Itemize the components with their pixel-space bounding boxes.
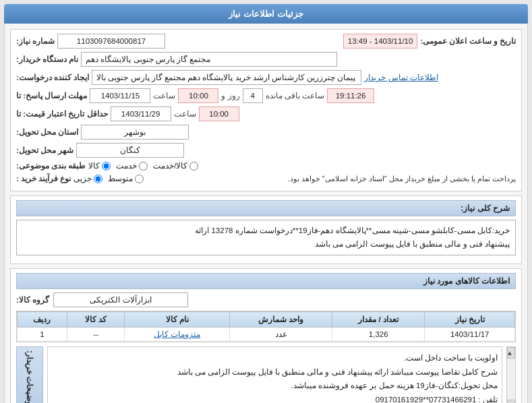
ijad-value: پیمان چترزرین کارشناس ارشد خرید پالایشگا… <box>92 70 361 85</box>
kala-table-container: تاریخ نیاز تعداد / مقدار واحد شمارش نام … <box>16 311 516 342</box>
shahr-label: شهر محل تحویل: <box>16 146 73 155</box>
sharh-section: شرح کلی نیاز: خرید:کابل مسی-کابلشو مسی-ش… <box>10 195 522 264</box>
col-vahed: واحد شمارش <box>230 312 332 328</box>
page-container: جزئیات اطلاعات نیاز تاریخ و ساعت اعلان ع… <box>0 0 532 403</box>
tabaghe-radio-group: کالا/خدمت خدمت کالا <box>88 161 198 170</box>
tawzih-line4: تلفن : 07731466291**09170161929 <box>52 393 498 403</box>
table-header-row: تاریخ نیاز تعداد / مقدار واحد شمارش نام … <box>18 312 515 328</box>
mohlat-rooz-label: روز و <box>221 91 239 100</box>
tawzih-line1: اولویت با ساخت داخل است. <box>52 351 498 365</box>
gorohe-value: ابزارآلات الکتریکی <box>53 292 188 307</box>
gorohe-row: ابزارآلات الکتریکی گروه کالا: <box>16 292 516 307</box>
mohlat-rooz-value: 4 <box>243 88 263 103</box>
mohlat-saat-value: 10:00 <box>178 88 218 103</box>
ijad-label: ایجاد کننده درخواست: <box>16 73 89 82</box>
sharh-content: خرید:کابل مسی-کابلشو مسی-شینه مسی**پالای… <box>16 220 516 255</box>
hadag-label: حداقل تاریخ اعتبار قیمت: تا <box>16 109 108 119</box>
noe-motevaset-label: متوسط <box>108 174 133 183</box>
page-title: جزئیات اطلاعات نیاز <box>229 9 303 19</box>
cell-nam[interactable]: متزومات کابل <box>125 328 230 342</box>
tabaghe-kala-khadamat-label: کالا/خدمت <box>153 161 187 170</box>
form-section-main: تاریخ و ساعت اعلان عمومی: 1403/11/10 - 1… <box>10 29 522 191</box>
row-shomare-tarikh: تاریخ و ساعت اعلان عمومی: 1403/11/10 - 1… <box>16 34 516 49</box>
row-ijad: اطلاعات تماس خریدار پیمان چترزرین کارشنا… <box>16 70 516 85</box>
tabaghe-khadamat-label: خدمت <box>116 161 137 170</box>
radio-khadamat[interactable]: خدمت <box>116 161 148 170</box>
col-kod: کد کالا <box>67 312 125 328</box>
sharh-title: شرح کلی نیاز: <box>16 200 516 216</box>
cell-radif: 1 <box>18 328 67 342</box>
shomare-niaz-value: 1103097684000817 <box>57 34 165 49</box>
row-shahr: کنگان شهر محل تحویل: <box>16 143 516 158</box>
row-nam-dastgah: مجتمع گاز پارس جنوبی پالایشگاه دهم نام د… <box>16 52 516 67</box>
col-radif: ردیف <box>18 312 67 328</box>
tawzih-content: اولویت با ساخت داخل است. شرح کامل تقاضا … <box>47 346 502 403</box>
ostan-value: بوشهر <box>81 125 189 140</box>
tarikh-label: تاریخ و ساعت اعلان عمومی: <box>420 36 516 46</box>
cell-vahed: عدد <box>230 328 332 342</box>
tawzih-box: ▲ ▼ اولویت با ساخت داخل است. شرح کامل تق… <box>16 346 516 403</box>
tawzih-label: توضیحات خریدار: <box>16 346 43 403</box>
radio-kala-khadamat[interactable]: کالا/خدمت <box>153 161 198 170</box>
shahr-value: کنگان <box>76 143 184 158</box>
col-tedad: تعداد / مقدار <box>332 312 424 328</box>
noe-jazee-label: جزیی <box>73 174 92 183</box>
col-nam: نام کالا <box>125 312 230 328</box>
noe-note: پرداخت تمام یا بخشی از مبلغ خریداز محل "… <box>287 175 516 183</box>
row-noe: پرداخت تمام یا بخشی از مبلغ خریداز محل "… <box>16 174 516 183</box>
hadag-saat-value: 10:00 <box>199 106 239 121</box>
sharh-line2: پیشنهاد فنی و مالی منطبق با فایل پیوست ا… <box>22 238 510 251</box>
table-row: 1403/11/17 1,326 عدد متزومات کابل -- 1 <box>18 328 515 342</box>
row-hadag: 10:00 ساعت 1403/11/29 حداقل تاریخ اعتبار… <box>16 106 516 121</box>
tabaghe-label: طبقه بندی موضوعی: <box>16 161 86 170</box>
hadag-saat-label: ساعت <box>174 109 196 119</box>
etelaat-kala-title: اطلاعات کالاهای مورد نیاز <box>16 273 516 289</box>
sharh-line1: خرید:کابل مسی-کابلشو مسی-شینه مسی**پالای… <box>22 224 510 238</box>
col-tarikh: تاریخ نیاز <box>425 312 515 328</box>
tarikh-value: 1403/11/10 - 13:49 <box>343 34 418 49</box>
shomare-niaz-label: شماره نیاز: <box>16 36 55 46</box>
noe-label: نوع فرآیند خرید : <box>16 174 71 183</box>
hadag-date: 1403/11/29 <box>111 106 171 121</box>
row-tabaghe: کالا/خدمت خدمت کالا طبقه بندی موضوعی: <box>16 161 516 170</box>
radio-jazee[interactable]: جزیی <box>73 174 102 183</box>
tabaghe-kala-label: کالا <box>88 161 100 170</box>
cell-kod: -- <box>67 328 125 342</box>
etelaat-kala-section: اطلاعات کالاهای مورد نیاز ابزارآلات الکت… <box>10 268 522 403</box>
nam-dastgah-value: مجتمع گاز پارس جنوبی پالایشگاه دهم <box>81 52 337 67</box>
main-content: تاریخ و ساعت اعلان عمومی: 1403/11/10 - 1… <box>4 24 528 403</box>
scroll-arrows: ▲ ▼ <box>506 346 516 403</box>
scroll-up[interactable]: ▲ <box>507 347 515 359</box>
radio-motevaset[interactable]: متوسط <box>108 174 144 183</box>
mohlat-mande-label: ساعت باقی مانده <box>266 91 324 100</box>
kala-table: تاریخ نیاز تعداد / مقدار واحد شمارش نام … <box>17 311 515 342</box>
row-mohlat: 19:11:26 ساعت باقی مانده 4 روز و 10:00 س… <box>16 88 516 103</box>
tawzih-line2: شرح کامل تقاضا پیوست میباشد ارائه پیشنها… <box>52 365 498 379</box>
cell-tarikh: 1403/11/17 <box>425 328 515 342</box>
ettelaat-link[interactable]: اطلاعات تماس خریدار <box>364 73 438 82</box>
row-ostan: بوشهر استان محل تحویل: <box>16 125 516 140</box>
mohlat-mande-value: 19:11:26 <box>327 88 374 103</box>
scroll-down[interactable]: ▼ <box>507 400 515 403</box>
nam-dastgah-label: نام دستگاه خریدار: <box>16 55 78 64</box>
page-header: جزئیات اطلاعات نیاز <box>4 4 528 24</box>
radio-kala[interactable]: کالا <box>88 161 111 170</box>
cell-tedad: 1,326 <box>332 328 424 342</box>
mohlat-saat-label: ساعت <box>153 91 175 100</box>
ostan-label: استان محل تحویل: <box>16 127 78 137</box>
noe-radio-group: متوسط جزیی <box>73 174 144 183</box>
gorohe-label: گروه کالا: <box>16 295 49 305</box>
mohlat-label: مهلت ارسال پاسخ: تا <box>16 91 87 100</box>
tawzih-line3: محل تحویل:کنگان-فاز19 هزینه حمل بر عهده … <box>52 379 498 393</box>
mohlat-date: 1403/11/15 <box>90 88 150 103</box>
